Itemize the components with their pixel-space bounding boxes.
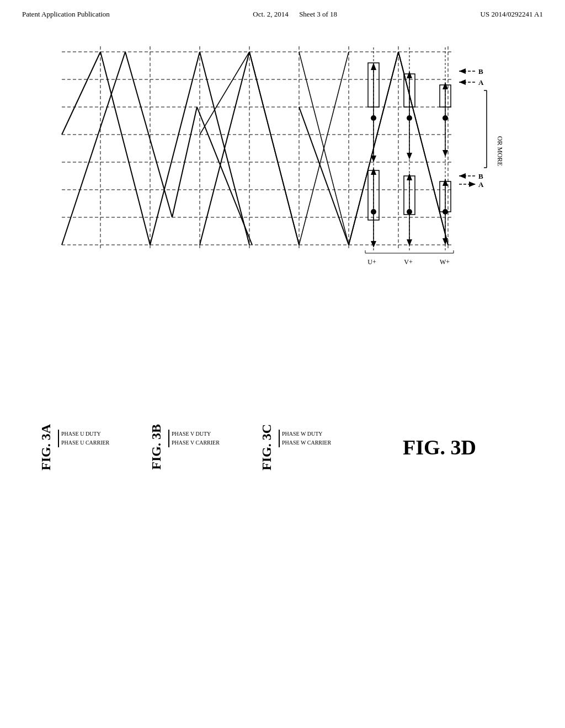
svg-text:OR MORE: OR MORE xyxy=(496,136,504,166)
svg-point-43 xyxy=(443,115,448,121)
fig3b-text: PHASE V DUTY PHASE V CARRIER xyxy=(168,430,220,447)
svg-line-21 xyxy=(100,52,150,245)
svg-text:A: A xyxy=(478,180,484,189)
svg-point-42 xyxy=(407,115,412,121)
svg-point-41 xyxy=(371,115,376,121)
svg-line-16 xyxy=(62,52,125,245)
svg-marker-55 xyxy=(443,150,448,157)
svg-text:B: B xyxy=(478,172,483,180)
fig3d-label: FIG. 3D xyxy=(403,435,476,459)
svg-text:V+: V+ xyxy=(404,258,413,266)
svg-text:W+: W+ xyxy=(440,258,450,266)
svg-marker-67 xyxy=(407,173,412,180)
header-center: Oct. 2, 2014 Sheet 3 of 18 xyxy=(253,10,337,19)
svg-marker-53 xyxy=(443,82,448,89)
fig3a-group: FIG. 3A PHASE U DUTY PHASE U CARRIER xyxy=(39,424,149,470)
fig3a-label: FIG. 3A xyxy=(39,424,54,470)
svg-marker-84 xyxy=(459,79,466,85)
svg-text:U+: U+ xyxy=(367,258,376,266)
svg-point-60 xyxy=(407,209,412,215)
svg-line-18 xyxy=(172,107,197,217)
main-content: U+ V+ W+ B A B A OR MORE xyxy=(22,35,543,470)
svg-marker-90 xyxy=(469,181,476,187)
svg-line-26 xyxy=(200,52,249,135)
diagram-svg: U+ V+ W+ B A B A OR MORE xyxy=(34,35,531,421)
fig3c-group: FIG. 3C PHASE W DUTY PHASE W CARRIER xyxy=(259,424,370,470)
svg-point-61 xyxy=(443,209,448,215)
fig3c-label: FIG. 3C xyxy=(259,424,274,470)
svg-line-27 xyxy=(249,52,299,245)
svg-marker-81 xyxy=(459,68,466,74)
fig3c-text: PHASE W DUTY PHASE W CARRIER xyxy=(279,430,331,447)
svg-line-29 xyxy=(299,107,349,245)
svg-marker-65 xyxy=(371,241,376,248)
fig3b-label: FIG. 3B xyxy=(149,424,164,470)
svg-marker-51 xyxy=(407,153,412,159)
page-header: Patent Application Publication Oct. 2, 2… xyxy=(0,0,565,19)
svg-line-17 xyxy=(125,52,172,217)
svg-marker-87 xyxy=(459,173,466,179)
svg-line-34 xyxy=(398,52,448,245)
diagram-area: U+ V+ W+ B A B A OR MORE xyxy=(34,35,531,421)
svg-text:B: B xyxy=(478,67,483,76)
svg-marker-45 xyxy=(371,63,376,70)
fig3a-text: PHASE U DUTY PHASE U CARRIER xyxy=(58,430,109,447)
svg-marker-49 xyxy=(407,71,412,78)
svg-marker-71 xyxy=(443,179,448,186)
fig3b-group: FIG. 3B PHASE V DUTY PHASE V CARRIER xyxy=(149,424,259,470)
svg-point-59 xyxy=(371,209,376,215)
svg-marker-63 xyxy=(371,168,376,175)
svg-marker-47 xyxy=(371,156,376,162)
header-left: Patent Application Publication xyxy=(22,10,110,19)
header-right: US 2014/0292241 A1 xyxy=(481,10,543,19)
svg-line-22 xyxy=(150,52,200,245)
svg-line-20 xyxy=(62,52,100,135)
svg-text:A: A xyxy=(478,78,484,87)
